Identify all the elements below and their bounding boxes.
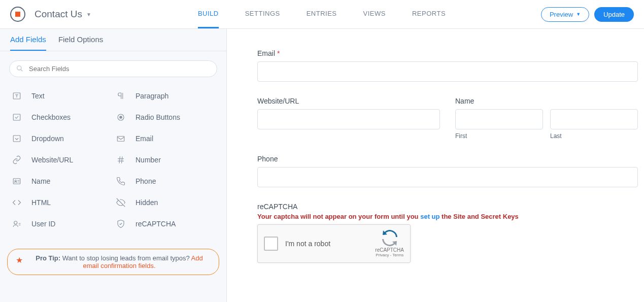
pro-tip: ★ Pro Tip: Want to stop losing leads fro…	[7, 249, 219, 275]
field-checkboxes[interactable]: Checkboxes	[9, 107, 113, 128]
fields-grid: Text Paragraph Checkboxes Radio Buttons …	[0, 82, 226, 238]
required-mark: *	[277, 49, 280, 57]
field-label: Email	[135, 135, 153, 143]
main-nav: BUILD SETTINGS ENTRIES VIEWS REPORTS	[198, 0, 446, 28]
logo-icon	[15, 12, 20, 17]
svg-point-5	[120, 116, 122, 119]
svg-line-1	[21, 70, 23, 72]
website-input[interactable]	[257, 109, 440, 129]
svg-rect-7	[117, 137, 124, 142]
header-actions: Preview ▼ Update	[541, 7, 634, 22]
chevron-down-icon[interactable]: ▼	[86, 12, 91, 17]
recaptcha-warning: Your captcha will not appear on your for…	[257, 213, 639, 220]
star-icon: ★	[16, 255, 23, 265]
field-label: Hidden	[135, 198, 158, 207]
svg-point-13	[15, 180, 16, 182]
name-group: First Last	[455, 109, 638, 140]
recaptcha-brand: reCAPTCHA	[375, 247, 404, 253]
form-field-phone[interactable]: Phone	[257, 155, 639, 187]
field-recaptcha[interactable]: reCAPTCHA	[113, 213, 217, 234]
update-button[interactable]: Update	[594, 7, 634, 22]
user-icon	[11, 219, 22, 228]
form-title[interactable]: Contact Us	[35, 9, 82, 20]
email-label: Email *	[257, 49, 639, 57]
pro-tip-label: Pro Tip:	[36, 254, 60, 262]
pro-tip-body: Want to stop losing leads from email typ…	[62, 254, 191, 262]
recaptcha-icon	[382, 230, 398, 246]
text-icon	[11, 91, 22, 100]
nav-reports[interactable]: REPORTS	[412, 0, 446, 28]
html-icon	[11, 198, 22, 207]
tab-add-fields[interactable]: Add Fields	[10, 35, 46, 51]
field-name[interactable]: Name	[9, 171, 113, 192]
recaptcha-text: I'm not a robot	[285, 240, 375, 248]
main: Add Fields Field Options Text Paragraph …	[0, 29, 644, 302]
link-icon	[11, 155, 22, 164]
first-sublabel: First	[455, 132, 543, 140]
field-paragraph[interactable]: Paragraph	[113, 85, 217, 107]
field-label: Phone	[135, 177, 156, 185]
recaptcha-checkbox[interactable]	[264, 237, 278, 251]
field-text[interactable]: Text	[9, 85, 113, 107]
field-dropdown[interactable]: Dropdown	[9, 128, 113, 149]
phone-input[interactable]	[257, 167, 638, 187]
name-last-wrap: Last	[550, 109, 638, 140]
field-number[interactable]: Number	[113, 149, 217, 171]
field-label: Checkboxes	[31, 113, 71, 121]
setup-link[interactable]: set up	[420, 213, 439, 220]
nav-entries[interactable]: ENTRIES	[307, 0, 337, 28]
header: Contact Us ▼ BUILD SETTINGS ENTRIES VIEW…	[0, 0, 644, 29]
recaptcha-widget: I'm not a robot reCAPTCHA Privacy - Term…	[257, 224, 411, 263]
field-label: Radio Buttons	[135, 113, 180, 121]
warning-text-after: the Site and Secret Keys	[439, 213, 518, 220]
app-logo[interactable]	[10, 7, 25, 22]
nav-settings[interactable]: SETTINGS	[245, 0, 280, 28]
svg-point-0	[17, 66, 21, 70]
email-input[interactable]	[257, 61, 638, 82]
form-field-email[interactable]: Email *	[257, 49, 639, 82]
field-label: User ID	[31, 220, 55, 228]
field-radio[interactable]: Radio Buttons	[113, 107, 217, 128]
field-label: Number	[135, 156, 161, 164]
phone-label: Phone	[257, 155, 639, 163]
field-label: Website/URL	[31, 156, 73, 164]
search-input[interactable]	[9, 60, 217, 77]
name-icon	[11, 177, 22, 186]
sidebar: Add Fields Field Options Text Paragraph …	[0, 29, 227, 302]
nav-build[interactable]: BUILD	[198, 0, 219, 28]
field-phone[interactable]: Phone	[113, 171, 217, 192]
preview-button[interactable]: Preview ▼	[541, 7, 589, 22]
tab-field-options[interactable]: Field Options	[58, 35, 103, 51]
recaptcha-logo: reCAPTCHA Privacy - Terms	[375, 230, 404, 257]
field-website[interactable]: Website/URL	[9, 149, 113, 171]
number-icon	[115, 155, 126, 164]
name-label: Name	[455, 97, 638, 105]
name-first-wrap: First	[455, 109, 543, 140]
form-field-website[interactable]: Website/URL	[257, 97, 440, 140]
form-field-recaptcha[interactable]: reCAPTCHA Your captcha will not appear o…	[257, 203, 639, 263]
search-wrap	[0, 51, 226, 82]
pro-tip-text: Pro Tip: Want to stop losing leads from …	[28, 254, 211, 270]
sidebar-tabs: Add Fields Field Options	[0, 29, 226, 51]
website-label: Website/URL	[257, 97, 440, 105]
field-email[interactable]: Email	[113, 128, 217, 149]
svg-rect-6	[13, 136, 20, 142]
field-hidden[interactable]: Hidden	[113, 192, 217, 213]
form-field-name[interactable]: Name First Last	[455, 97, 638, 140]
checkbox-icon	[11, 113, 22, 122]
field-row: Website/URL Name First Last	[257, 97, 638, 155]
name-last-input[interactable]	[550, 109, 638, 129]
field-html[interactable]: HTML	[9, 192, 113, 213]
field-userid[interactable]: User ID	[9, 213, 113, 234]
shield-icon	[115, 219, 126, 228]
svg-point-15	[14, 221, 17, 224]
nav-views[interactable]: VIEWS	[363, 0, 386, 28]
recaptcha-privacy[interactable]: Privacy - Terms	[375, 253, 404, 257]
name-first-input[interactable]	[455, 109, 543, 129]
last-sublabel: Last	[550, 132, 638, 140]
field-label: reCAPTCHA	[135, 220, 176, 228]
radio-icon	[115, 113, 126, 122]
hidden-icon	[115, 198, 126, 207]
dropdown-icon	[11, 134, 22, 143]
field-label: Paragraph	[135, 92, 168, 100]
